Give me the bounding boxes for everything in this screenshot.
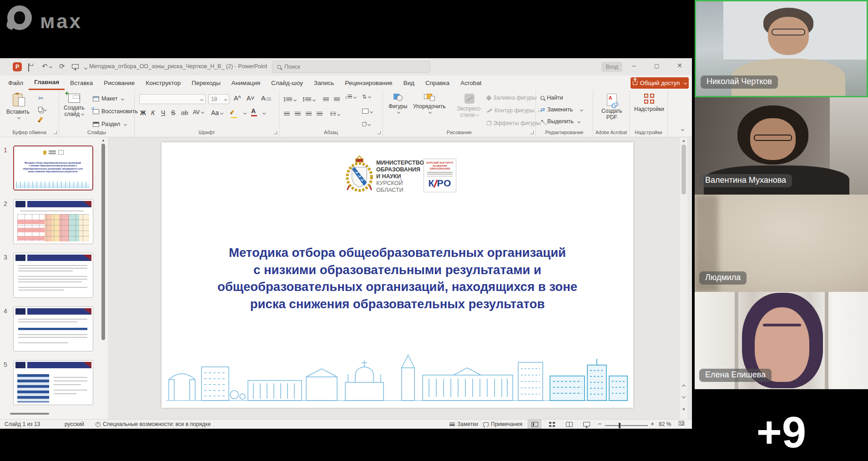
arrange-button[interactable]: Упорядочить bbox=[413, 94, 445, 113]
character-spacing-button[interactable]: AV bbox=[193, 109, 204, 115]
tab-design[interactable]: Конструктор bbox=[140, 75, 186, 90]
tab-animations[interactable]: Анимация bbox=[226, 75, 266, 90]
zoom-in-button[interactable]: + bbox=[651, 420, 654, 427]
tab-help[interactable]: Справка bbox=[420, 75, 455, 90]
bold-button[interactable]: Ж bbox=[140, 109, 146, 116]
participant-video-2[interactable]: Валентина Муханова bbox=[695, 97, 868, 195]
addins-button[interactable]: Надстройки bbox=[634, 94, 664, 112]
font-size-input[interactable] bbox=[211, 96, 223, 102]
grow-font-icon[interactable]: А^ bbox=[234, 95, 241, 102]
find-button[interactable]: Найти bbox=[540, 95, 563, 101]
align-text-button[interactable] bbox=[362, 107, 373, 115]
reset-button[interactable]: Восстановить bbox=[93, 108, 138, 115]
quick-styles-button[interactable]: Экспресс- стили bbox=[457, 94, 482, 118]
thumb-panel-hscrollbar[interactable] bbox=[10, 413, 49, 415]
align-center-icon[interactable] bbox=[295, 110, 301, 118]
slide-thumbnail-2[interactable] bbox=[13, 199, 93, 244]
paragraph-dialog-launcher-icon[interactable] bbox=[378, 131, 381, 134]
decrease-indent-icon[interactable] bbox=[323, 95, 329, 104]
thumb-panel-scrollbar[interactable] bbox=[101, 144, 105, 340]
tab-transitions[interactable]: Переходы bbox=[186, 75, 226, 90]
zoom-slider-thumb[interactable] bbox=[619, 423, 621, 428]
reading-view-button[interactable] bbox=[562, 420, 576, 429]
save-icon[interactable] bbox=[28, 64, 29, 71]
current-slide[interactable]: МИНИСТЕРСТВО ОБРАЗОВАНИЯ И НАУКИ КУРСКОЙ… bbox=[161, 142, 633, 408]
comments-toggle[interactable]: Примечания bbox=[483, 421, 522, 427]
text-shadow-button[interactable]: ab bbox=[181, 109, 188, 116]
quick-access-chevron-icon[interactable] bbox=[83, 64, 87, 71]
italic-button[interactable]: К bbox=[151, 109, 155, 116]
slide-thumbnail-1[interactable]: Методика отбора общеобразовательных орга… bbox=[13, 145, 93, 190]
minimize-button[interactable]: – bbox=[632, 62, 636, 69]
underline-button[interactable]: Ч bbox=[161, 109, 165, 116]
highlight-chevron-icon[interactable] bbox=[243, 111, 247, 115]
font-name-combo[interactable] bbox=[139, 94, 206, 104]
shapes-button[interactable]: Фигуры bbox=[389, 94, 407, 113]
layout-button[interactable]: Макет bbox=[93, 95, 124, 102]
thumb-scroll-up-icon[interactable]: ▲ bbox=[101, 138, 105, 142]
search-box[interactable] bbox=[272, 61, 430, 73]
clear-formatting-icon[interactable]: А⌫ bbox=[261, 95, 271, 102]
justify-icon[interactable] bbox=[317, 110, 323, 118]
search-input[interactable] bbox=[284, 64, 412, 70]
align-left-icon[interactable] bbox=[284, 110, 290, 118]
next-slide-button[interactable] bbox=[680, 395, 687, 399]
columns-button[interactable] bbox=[330, 110, 340, 118]
font-color-button[interactable]: А bbox=[251, 107, 257, 116]
format-painter-icon[interactable] bbox=[39, 116, 41, 125]
shape-fill-button[interactable]: Заливка фигуры bbox=[487, 95, 543, 101]
participant-video-4[interactable]: Елена Епишева bbox=[695, 292, 868, 389]
tab-record[interactable]: Запись bbox=[308, 75, 339, 90]
tab-draw[interactable]: Рисование bbox=[98, 75, 140, 90]
main-scroll-down-icon[interactable]: ▼ bbox=[680, 407, 687, 411]
copy-icon[interactable] bbox=[38, 105, 46, 114]
close-button[interactable]: ✕ bbox=[677, 62, 682, 69]
strikethrough-button[interactable]: S bbox=[171, 109, 175, 116]
line-spacing-button[interactable]: ↕ bbox=[345, 95, 356, 100]
share-button[interactable]: Общий доступ bbox=[631, 77, 689, 89]
shape-outline-button[interactable]: Контур фигуры bbox=[487, 107, 540, 114]
redo-icon[interactable]: ⟳ bbox=[59, 62, 65, 70]
text-direction-button[interactable]: ⇅ bbox=[362, 94, 371, 100]
tab-home[interactable]: Главная bbox=[29, 75, 65, 90]
bullets-button[interactable] bbox=[284, 95, 296, 104]
undo-icon[interactable]: ↶ bbox=[42, 62, 52, 70]
tab-insert[interactable]: Вставка bbox=[65, 75, 98, 90]
participant-video-1[interactable]: Николай Чертков bbox=[695, 0, 868, 97]
select-button[interactable]: ↖ Выделить bbox=[540, 118, 580, 125]
accessibility-status[interactable]: Специальные возможности: все в порядке bbox=[96, 421, 211, 427]
smartart-button[interactable] bbox=[362, 120, 370, 128]
more-participants-count[interactable]: +9 bbox=[695, 407, 868, 457]
slide-thumbnail-5[interactable] bbox=[13, 360, 93, 405]
change-case-button[interactable]: Aa bbox=[211, 109, 223, 116]
slide-thumbnail-3[interactable] bbox=[13, 253, 93, 298]
main-scroll-up-icon[interactable]: ▲ bbox=[680, 139, 687, 143]
start-slideshow-icon[interactable] bbox=[72, 62, 79, 70]
slide-sorter-view-button[interactable] bbox=[545, 420, 559, 429]
tab-view[interactable]: Вид bbox=[398, 75, 420, 90]
fit-to-window-button[interactable] bbox=[679, 421, 684, 426]
zoom-slider-track[interactable] bbox=[605, 425, 648, 426]
section-button[interactable]: Раздел bbox=[93, 121, 126, 127]
cut-icon[interactable]: ✂ bbox=[38, 95, 44, 102]
slide-counter[interactable]: Слайд 1 из 13 bbox=[5, 421, 40, 427]
drawing-dialog-launcher-icon[interactable] bbox=[530, 131, 534, 134]
normal-view-button[interactable] bbox=[528, 420, 541, 429]
clipboard-dialog-launcher-icon[interactable] bbox=[54, 131, 57, 134]
increase-indent-icon[interactable] bbox=[334, 95, 340, 104]
shrink-font-icon[interactable]: А˅ bbox=[247, 95, 255, 102]
tab-slideshow[interactable]: Слайд-шоу bbox=[266, 75, 308, 90]
tab-acrobat[interactable]: Acrobat bbox=[455, 75, 487, 90]
font-color-chevron-icon[interactable] bbox=[262, 111, 266, 115]
font-dialog-launcher-icon[interactable] bbox=[274, 131, 277, 134]
create-pdf-button[interactable]: Создать PDF bbox=[601, 94, 622, 120]
restore-button[interactable]: ▢ bbox=[654, 63, 659, 69]
slideshow-view-button[interactable] bbox=[580, 420, 593, 429]
tab-review[interactable]: Рецензирование bbox=[339, 75, 398, 90]
sign-in-button[interactable]: Вход bbox=[601, 62, 622, 72]
font-name-input[interactable] bbox=[142, 96, 199, 102]
collapse-ribbon-icon[interactable] bbox=[681, 128, 684, 131]
language-indicator[interactable]: русский bbox=[65, 421, 84, 427]
slide-thumbnail-4[interactable] bbox=[13, 306, 93, 351]
main-scrollbar-thumb[interactable] bbox=[681, 145, 686, 195]
